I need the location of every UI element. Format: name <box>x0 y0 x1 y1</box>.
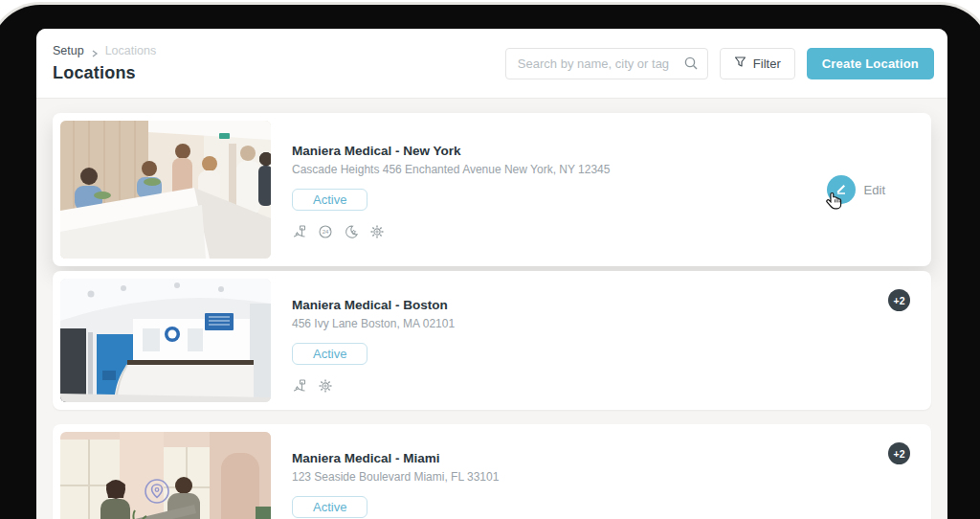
locations-list: Maniera Medical - New York Cascade Heigh… <box>36 99 947 519</box>
page-background: Setup Locations Locations <box>0 0 980 519</box>
location-address: Cascade Heights 456 Enchanted Avenue New… <box>292 163 610 176</box>
gear-icon <box>318 378 333 394</box>
location-name: Maniera Medical - Boston <box>292 298 455 312</box>
search-wrap <box>505 48 708 79</box>
header: Setup Locations Locations <box>36 29 947 99</box>
location-address: 123 Seaside Boulevard Miami, FL 33101 <box>292 470 499 484</box>
signpost-icon <box>292 378 307 394</box>
location-info: Maniera Medical - Boston 456 Ivy Lane Bo… <box>292 279 455 402</box>
location-card-boston[interactable]: Maniera Medical - Boston 456 Ivy Lane Bo… <box>53 271 931 410</box>
signpost-icon <box>292 224 307 239</box>
breadcrumb-setup[interactable]: Setup <box>53 44 84 57</box>
status-badge: Active <box>292 496 368 518</box>
search-icon[interactable] <box>683 56 699 75</box>
search-input[interactable] <box>505 48 708 79</box>
edit-label: Edit <box>864 183 885 197</box>
location-card-miami[interactable]: Maniera Medical - Miami 123 Seaside Boul… <box>53 424 931 519</box>
svg-text:24: 24 <box>323 229 329 235</box>
extra-count-badge[interactable]: +2 <box>888 442 910 464</box>
extra-count-badge[interactable]: +2 <box>888 289 910 311</box>
location-photo-boston <box>60 279 271 402</box>
hours-24-icon: 24 <box>318 224 333 239</box>
location-info: Maniera Medical - Miami 123 Seaside Boul… <box>292 432 499 519</box>
pencil-icon <box>835 182 848 198</box>
filter-button[interactable]: Filter <box>720 48 795 79</box>
status-badge: Active <box>292 189 368 211</box>
moon-star-icon <box>344 224 359 239</box>
edit-button[interactable] <box>827 175 856 204</box>
create-location-button[interactable]: Create Location <box>807 48 934 79</box>
feature-icons <box>292 378 455 394</box>
edit-area: Edit <box>827 175 885 204</box>
location-card-new-york[interactable]: Maniera Medical - New York Cascade Heigh… <box>53 113 931 266</box>
breadcrumb: Setup Locations <box>53 44 156 57</box>
location-name: Maniera Medical - Miami <box>292 451 499 465</box>
location-name: Maniera Medical - New York <box>292 144 610 158</box>
device-frame: Setup Locations Locations <box>0 5 980 519</box>
gear-icon <box>369 224 385 239</box>
header-actions: Filter Create Location <box>505 48 934 79</box>
location-info: Maniera Medical - New York Cascade Heigh… <box>292 121 610 259</box>
location-photo-miami <box>60 432 271 519</box>
breadcrumb-chevron-icon <box>91 47 99 55</box>
filter-button-label: Filter <box>753 56 781 71</box>
breadcrumb-locations: Locations <box>105 44 157 57</box>
app-window: Setup Locations Locations <box>36 29 947 519</box>
feature-icons: 24 <box>292 224 610 239</box>
status-badge: Active <box>292 343 368 365</box>
page-title: Locations <box>53 63 156 83</box>
location-address: 456 Ivy Lane Boston, MA 02101 <box>292 317 455 330</box>
funnel-icon <box>734 56 746 71</box>
location-photo-new-york <box>60 121 271 259</box>
header-left: Setup Locations Locations <box>53 44 156 83</box>
